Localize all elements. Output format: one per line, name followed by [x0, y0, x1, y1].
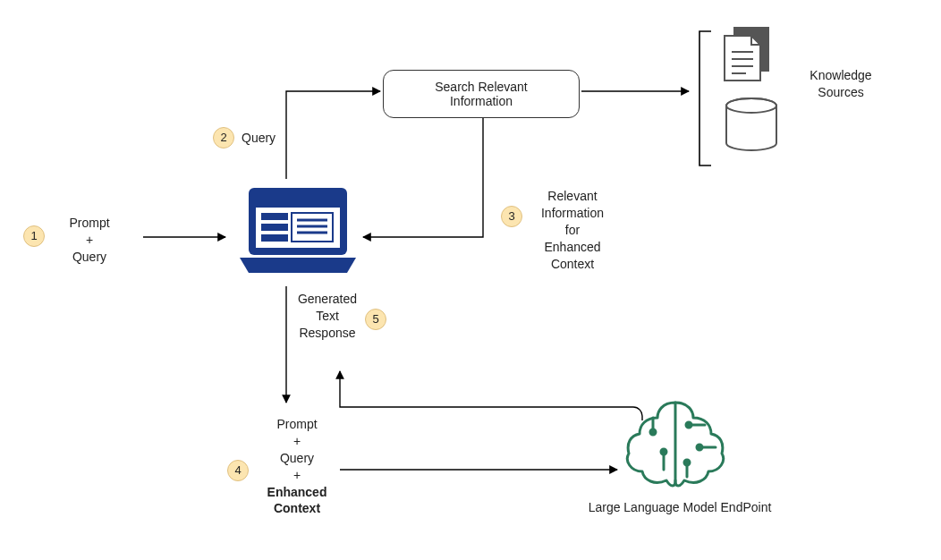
- laptop-icon: [240, 188, 356, 273]
- brain-circuit-icon: [627, 403, 723, 486]
- documents-icon: [725, 27, 769, 81]
- svg-rect-14: [733, 27, 769, 72]
- step-4-label: Prompt + Query + Enhanced Context: [252, 416, 342, 517]
- svg-point-21: [650, 429, 656, 435]
- svg-point-19: [726, 98, 776, 113]
- step-3-label: Relevant Information for Enhanced Contex…: [528, 188, 617, 272]
- svg-point-23: [686, 422, 691, 428]
- svg-rect-6: [256, 195, 340, 208]
- svg-point-24: [697, 445, 702, 450]
- step-badge-3: 3: [501, 206, 522, 227]
- step-badge-4: 4: [227, 460, 249, 481]
- svg-rect-4: [249, 188, 347, 255]
- step-1-label: Prompt + Query: [54, 215, 125, 266]
- knowledge-sources-label: Knowledge Sources: [796, 67, 886, 101]
- svg-point-25: [684, 460, 690, 465]
- svg-rect-9: [261, 234, 288, 242]
- svg-point-20: [726, 98, 776, 113]
- llm-endpoint-label: Large Language Model EndPoint: [555, 499, 805, 516]
- search-relevant-info-box: Search Relevant Information: [383, 70, 580, 118]
- step-badge-5: 5: [365, 309, 386, 330]
- svg-point-22: [661, 449, 666, 454]
- database-icon: [726, 98, 776, 150]
- step-5-label: Generated Text Response: [292, 291, 363, 342]
- svg-rect-8: [261, 224, 288, 231]
- svg-rect-5: [256, 195, 340, 248]
- step-badge-2: 2: [213, 127, 234, 148]
- step-badge-1: 1: [23, 225, 45, 247]
- step-2-label: Query: [242, 130, 295, 147]
- svg-rect-7: [261, 213, 288, 220]
- svg-rect-10: [292, 213, 333, 242]
